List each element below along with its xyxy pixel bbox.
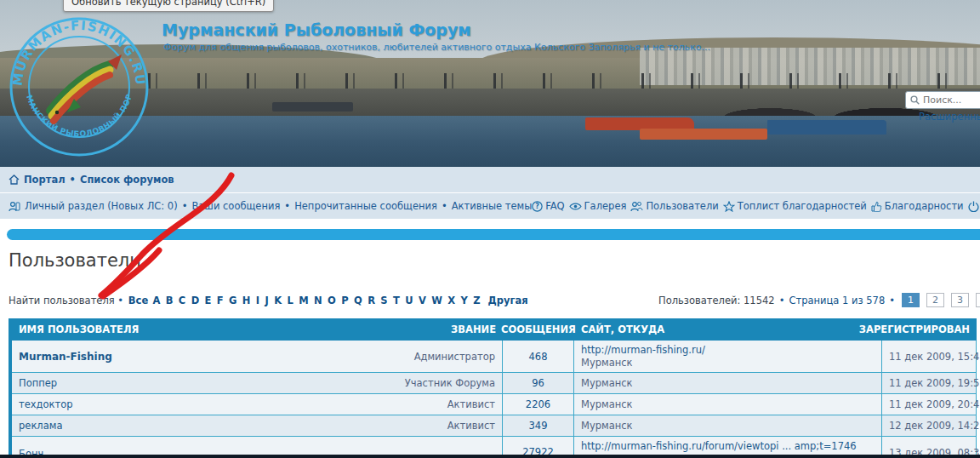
pagination: Пользователей: 11542 • Страница 1 из 578… [658,293,980,307]
user-rank: Администратор [414,351,495,363]
posts-count[interactable]: 2206 [526,398,550,410]
col-site: САЙТ, ОТКУДА [574,318,882,341]
posts-count[interactable]: 468 [529,351,548,363]
letter-link[interactable]: U [405,295,413,306]
col-registered[interactable]: ЗАРЕГИСТРИРОВАН [882,318,977,341]
col-username[interactable]: ИМЯ ПОЛЬЗОВАТЕЛЯ [19,323,139,335]
letter-link[interactable]: F [217,295,224,306]
svg-text:?: ? [535,203,539,210]
search-icon [910,95,920,105]
user-name-link[interactable]: Поппер [19,377,57,389]
page-3-button[interactable]: 3 [951,293,969,307]
page-4-button[interactable]: 4 [976,293,980,307]
nav-unread-posts-link[interactable]: Непрочитанные сообщения [294,200,437,212]
navbar-left: Личный раздел (Новых ЛС: 0) • Ваши сообщ… [9,200,532,212]
user-name-link[interactable]: реклама [19,420,62,432]
table-row: Murman-Fishing Администратор 468 http://… [12,341,977,373]
letter-link[interactable]: J [265,295,269,306]
letter-link[interactable]: E [205,295,212,306]
col-posts[interactable]: СООБЩЕНИЯ [503,318,574,341]
letter-link[interactable]: K [274,295,282,306]
advanced-search-link[interactable]: Расширенный поиск [919,111,980,123]
stats-separator: • [889,295,895,306]
search-input[interactable]: Поиск... [905,91,980,109]
browser-refresh-tooltip: Обновить текущую страницу (Ctrl+R) [63,0,274,12]
find-member-link[interactable]: Найти пользователя [9,295,115,306]
filter-other-link[interactable]: Другая [487,295,527,306]
forum-header-banner: MURMAN-FISHING.RU МУРМАНСКИЙ РЫБОЛОВНЫЙ … [0,0,980,167]
home-icon[interactable] [9,175,20,185]
site-subtitle: Форум для общения рыболовов, охотников, … [163,42,710,53]
letter-link[interactable]: G [229,295,236,306]
letter-link[interactable]: L [287,295,293,306]
col-rank: ЗВАНИЕ [451,323,496,335]
page-1-button[interactable]: 1 [902,293,920,307]
letter-link[interactable]: D [191,295,200,306]
letter-link[interactable]: P [341,295,348,306]
letter-link[interactable]: Q [354,295,362,306]
user-name-link[interactable]: техдоктор [19,398,73,410]
nav-logout-link[interactable]: Выход [968,200,980,212]
registered-date: 11 дек 2009, 15:4 [889,351,979,363]
navbar-right: ? FAQ Галерея Пользователи Топлист благо… [532,200,980,212]
site-title[interactable]: Мурманский Рыболовный Форум [162,20,471,39]
search-placeholder: Поиск... [923,94,961,106]
nav-active-topics-link[interactable]: Активные темы [452,200,533,212]
nav-gallery-link[interactable]: Галерея [569,200,627,212]
main-navbar: Личный раздел (Новых ЛС: 0) • Ваши сообщ… [0,193,980,219]
letter-link[interactable]: O [328,295,336,306]
breadcrumb-forums-link[interactable]: Список форумов [80,174,174,186]
filter-separator: • [117,295,123,306]
letter-link[interactable]: V [419,295,426,306]
filter-all-link[interactable]: Все [128,295,148,306]
site-link[interactable]: http://murman-fishing.ru/ [581,344,875,357]
letter-link[interactable]: A [152,295,160,306]
letter-link[interactable]: Z [473,295,480,306]
registered-date: 12 дек 2009, 14:2 [889,420,979,432]
page-title: Пользователи [9,250,980,271]
nav-your-posts-link[interactable]: Ваши сообщения [191,200,280,212]
nav-thanks-toplist-label: Топлист благодарностей [738,200,867,212]
letter-link[interactable]: X [447,295,455,306]
letter-link[interactable]: S [380,295,387,306]
letter-link[interactable]: W [431,295,442,306]
banner-ship [767,120,886,135]
site-link[interactable]: http://murman-fishing.ru/forum/viewtopi … [581,440,875,453]
letter-link[interactable]: I [256,295,259,306]
user-location: Мурманск [581,420,633,432]
stats-separator: • [779,295,785,306]
posts-count[interactable]: 96 [532,377,544,389]
user-rank: Активист [447,420,495,432]
nav-separator: • [182,200,188,212]
breadcrumb-portal-link[interactable]: Портал [24,174,66,186]
nav-members-link[interactable]: Пользователи [630,200,718,212]
page-2-button[interactable]: 2 [926,293,944,307]
nav-faq-label: FAQ [545,200,564,212]
letter-link[interactable]: C [179,295,185,306]
section-divider-bar [7,229,980,240]
letter-link[interactable]: B [166,295,174,306]
nav-separator: • [284,200,290,212]
nav-private-section-link[interactable]: Личный раздел (Новых ЛС: 0) [25,200,178,212]
table-row: техдоктор Активист 2206 Мурманск 11 дек … [12,394,977,415]
star-icon [723,201,735,212]
letter-link[interactable]: Y [461,295,468,306]
posts-count[interactable]: 349 [529,420,548,432]
user-location: Мурманск [581,377,633,390]
letter-link[interactable]: T [393,295,400,306]
members-table: ИМЯ ПОЛЬЗОВАТЕЛЯ ЗВАНИЕ СООБЩЕНИЯ САЙТ, … [9,318,977,458]
alphabet-filter: Найти пользователя • ВсеABCDEFGHIJKLMNOP… [9,295,530,306]
power-icon [968,201,979,212]
letter-link[interactable]: N [314,295,322,306]
nav-thanks-link[interactable]: Благодарности [871,200,964,212]
letter-link[interactable]: M [299,295,308,306]
forum-logo[interactable]: MURMAN-FISHING.RU МУРМАНСКИЙ РЫБОЛОВНЫЙ … [7,14,151,160]
user-location: Мурманск [581,398,633,411]
letter-link[interactable]: H [242,295,251,306]
nav-thanks-toplist-link[interactable]: Топлист благодарностей [723,200,867,212]
user-rank: Участник Форума [405,377,495,389]
filter-row: Найти пользователя • ВсеABCDEFGHIJKLMNOP… [9,293,980,307]
letter-link[interactable]: R [368,295,375,306]
nav-faq-link[interactable]: ? FAQ [532,200,564,212]
user-name-link[interactable]: Murman-Fishing [19,351,112,363]
